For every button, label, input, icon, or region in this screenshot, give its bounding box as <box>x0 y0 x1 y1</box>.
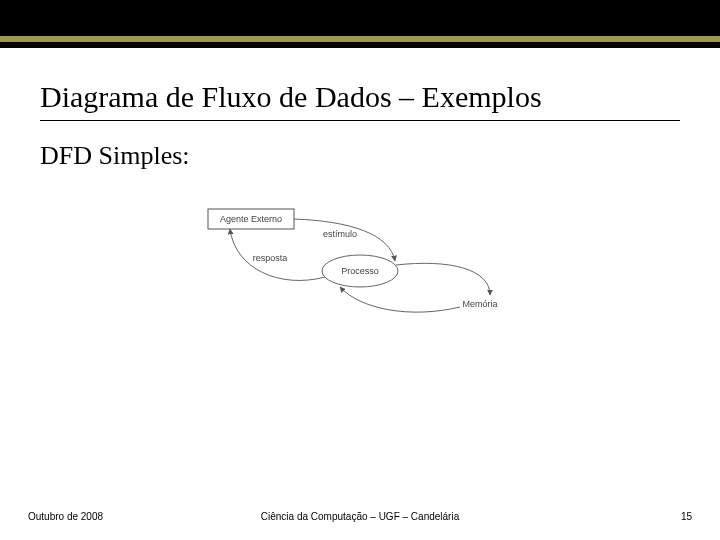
from-memory-arrow <box>340 287 460 312</box>
process-label: Processo <box>341 266 379 276</box>
to-memory-arrow <box>396 263 490 295</box>
stimulus-label: estímulo <box>323 229 357 239</box>
footer: Outubro de 2008 Ciência da Computação – … <box>0 511 720 522</box>
content-area: Diagrama de Fluxo de Dados – Exemplos DF… <box>0 48 720 339</box>
stimulus-arrow <box>294 219 395 261</box>
dfd-svg: Agente Externo Processo Memória estímulo… <box>190 199 530 339</box>
external-agent-label: Agente Externo <box>220 214 282 224</box>
title-bar <box>0 0 720 48</box>
slide-title: Diagrama de Fluxo de Dados – Exemplos <box>40 80 680 121</box>
dfd-diagram: Agente Externo Processo Memória estímulo… <box>40 199 680 339</box>
slide-subtitle: DFD Simples: <box>40 141 680 171</box>
slide: Diagrama de Fluxo de Dados – Exemplos DF… <box>0 0 720 540</box>
memory-label: Memória <box>462 299 497 309</box>
response-label: resposta <box>253 253 288 263</box>
footer-center: Ciência da Computação – UGF – Candelária <box>0 511 720 522</box>
